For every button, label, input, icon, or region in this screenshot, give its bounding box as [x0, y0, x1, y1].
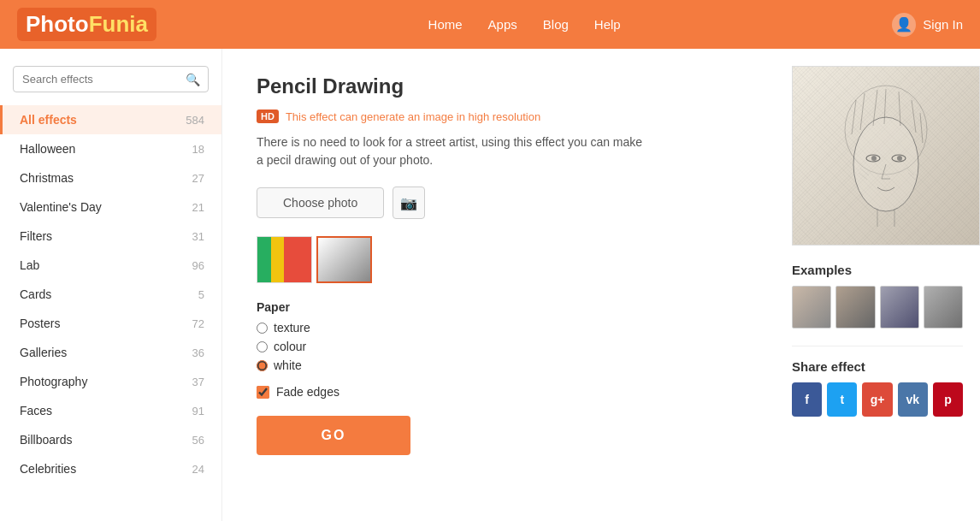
user-icon: 👤	[892, 13, 916, 37]
camera-button[interactable]: 📷	[393, 186, 425, 219]
logo: PhotoFunia	[17, 8, 156, 41]
example-thumb-3[interactable]	[880, 286, 919, 329]
nav-apps[interactable]: Apps	[488, 17, 517, 32]
sidebar-item-count: 96	[192, 259, 204, 272]
sidebar-item-posters[interactable]: Posters 72	[0, 309, 221, 338]
sidebar-item-label: Billboards	[20, 433, 72, 447]
sidebar-item-halloween[interactable]: Halloween 18	[0, 134, 221, 163]
share-vk-button[interactable]: vk	[898, 382, 928, 417]
sidebar-item-count: 27	[192, 172, 204, 185]
sidebar-item-count: 5	[198, 288, 204, 301]
sidebar-item-galleries[interactable]: Galleries 36	[0, 338, 221, 367]
sidebar-item-count: 72	[192, 317, 204, 330]
header: PhotoFunia Home Apps Blog Help 👤 Sign In	[0, 0, 980, 49]
paper-radio-white[interactable]	[257, 360, 268, 371]
logo-photo: Photo	[26, 11, 89, 37]
svg-line-8	[920, 113, 923, 143]
sidebar-item-cards[interactable]: Cards 5	[0, 280, 221, 309]
nav-home[interactable]: Home	[428, 17, 463, 32]
search-input[interactable]	[13, 66, 209, 92]
search-icon: 🔍	[186, 73, 200, 86]
main-container: 🔍 All effects 584 Halloween 18 Christmas…	[0, 49, 980, 521]
share-buttons: f t g+ vk p	[792, 382, 963, 417]
example-thumb-4[interactable]	[924, 286, 963, 329]
paper-label-texture: texture	[274, 321, 310, 335]
sidebar-item-all-effects[interactable]: All effects 584	[0, 105, 221, 134]
bw-swatch[interactable]	[316, 236, 372, 283]
fade-edges-option[interactable]: Fade edges	[257, 385, 741, 399]
sidebar-item-billboards[interactable]: Billboards 56	[0, 425, 221, 454]
sidebar-item-count: 584	[186, 114, 204, 127]
paper-radio-texture[interactable]	[257, 323, 268, 334]
sidebar-item-label: Celebrities	[20, 462, 76, 476]
share-twitter-button[interactable]: t	[827, 382, 857, 417]
color-swatches	[257, 236, 741, 283]
share-pinterest-button[interactable]: p	[933, 382, 963, 417]
sidebar-item-label: Halloween	[20, 142, 75, 156]
fade-edges-checkbox[interactable]	[257, 386, 269, 399]
examples-row	[792, 286, 963, 329]
upload-row: Choose photo 📷	[257, 186, 741, 219]
nav-help[interactable]: Help	[594, 17, 621, 32]
paper-section: Paper texture colour white	[257, 300, 741, 372]
sidebar-item-label: Galleries	[20, 346, 67, 359]
sidebar-item-label: Valentine's Day	[20, 200, 102, 214]
paper-radio-colour[interactable]	[257, 341, 268, 352]
fade-edges-label: Fade edges	[276, 385, 339, 399]
main-nav: Home Apps Blog Help	[428, 17, 621, 32]
camera-icon: 📷	[400, 195, 417, 211]
sidebar: 🔍 All effects 584 Halloween 18 Christmas…	[0, 49, 222, 521]
examples-section: Examples	[792, 263, 963, 329]
hd-label: HD	[257, 110, 279, 123]
sidebar-item-label: Cards	[20, 287, 51, 301]
logo-text: PhotoFunia	[17, 8, 156, 41]
sidebar-item-label: Filters	[20, 229, 52, 243]
sign-in-button[interactable]: 👤 Sign In	[892, 13, 963, 37]
main-content: Pencil Drawing HD This effect can genera…	[222, 49, 775, 521]
sidebar-item-valentines-day[interactable]: Valentine's Day 21	[0, 192, 221, 222]
share-facebook-button[interactable]: f	[792, 382, 822, 417]
svg-line-3	[860, 93, 865, 130]
share-googleplus-button[interactable]: g+	[862, 382, 892, 417]
sidebar-item-count: 91	[192, 405, 204, 417]
examples-title: Examples	[792, 263, 963, 277]
sidebar-item-label: Posters	[20, 317, 60, 330]
sidebar-item-count: 36	[192, 346, 204, 359]
effect-description: There is no need to look for a street ar…	[257, 133, 650, 169]
sign-in-label: Sign In	[923, 17, 963, 32]
hd-badge: HD This effect can generate an image in …	[257, 110, 540, 123]
paper-option-texture[interactable]: texture	[257, 321, 741, 335]
sidebar-item-celebrities[interactable]: Celebrities 24	[0, 454, 221, 483]
example-thumb-2[interactable]	[835, 286, 875, 329]
sidebar-item-count: 31	[192, 230, 204, 243]
paper-label-colour: colour	[274, 340, 306, 353]
sidebar-item-label: All effects	[20, 113, 77, 127]
paper-option-colour[interactable]: colour	[257, 340, 741, 353]
sidebar-item-filters[interactable]: Filters 31	[0, 222, 221, 251]
hd-description: This effect can generate an image in hig…	[286, 110, 540, 123]
rainbow-swatch[interactable]	[257, 236, 312, 283]
pencil-sketch	[793, 67, 979, 245]
svg-line-7	[912, 100, 916, 133]
sidebar-item-count: 56	[192, 434, 204, 447]
sidebar-item-label: Christmas	[20, 171, 74, 185]
example-thumb-1[interactable]	[792, 286, 831, 329]
search-box: 🔍	[13, 66, 209, 92]
nav-blog[interactable]: Blog	[543, 17, 569, 32]
sidebar-item-photography[interactable]: Photography 37	[0, 367, 221, 396]
sidebar-item-count: 24	[192, 463, 204, 476]
choose-photo-button[interactable]: Choose photo	[257, 187, 384, 218]
share-section: Share effect f t g+ vk p	[792, 346, 963, 417]
sidebar-item-christmas[interactable]: Christmas 27	[0, 163, 221, 192]
paper-label-white: white	[274, 358, 302, 372]
sidebar-item-faces[interactable]: Faces 91	[0, 396, 221, 425]
logo-funia: Funia	[89, 11, 148, 37]
share-title: Share effect	[792, 346, 963, 374]
preview-image	[792, 66, 980, 246]
sketch-svg	[830, 83, 942, 228]
sidebar-item-count: 18	[192, 143, 204, 156]
sidebar-item-lab[interactable]: Lab 96	[0, 251, 221, 280]
go-button[interactable]: GO	[257, 416, 410, 455]
paper-option-white[interactable]: white	[257, 358, 741, 372]
sidebar-item-count: 21	[192, 201, 204, 214]
